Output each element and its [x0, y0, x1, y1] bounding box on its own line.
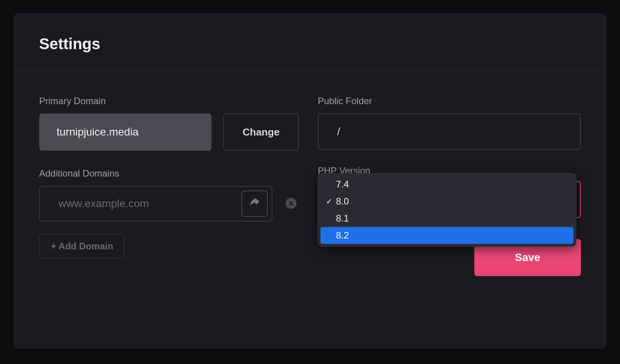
php-version-dropdown[interactable]: 7.4✓8.08.18.2 — [318, 173, 576, 247]
add-domain-button[interactable]: + Add Domain — [39, 234, 125, 259]
primary-domain-label: Primary Domain — [39, 96, 302, 106]
php-version-field: PHP Version 7.4✓8.08.18.2 — [318, 165, 581, 183]
php-version-option[interactable]: 8.2 — [320, 227, 574, 244]
share-arrow-icon — [248, 197, 261, 211]
additional-domains-label: Additional Domains — [39, 168, 302, 179]
additional-domain-input-wrap — [39, 186, 272, 221]
settings-panel: Settings Primary Domain turnipjuice.medi… — [14, 14, 606, 349]
php-version-option[interactable]: 8.1 — [320, 210, 574, 227]
panel-header: Settings — [14, 14, 606, 70]
check-icon: ✓ — [324, 197, 334, 206]
additional-domain-input[interactable] — [39, 186, 272, 221]
php-version-option-label: 8.0 — [336, 196, 349, 207]
primary-domain-value: turnipjuice.media — [39, 113, 212, 151]
page-title: Settings — [39, 35, 581, 53]
change-primary-domain-button[interactable]: Change — [223, 113, 299, 151]
php-version-option-label: 8.2 — [336, 230, 349, 241]
left-column: Primary Domain turnipjuice.media Change … — [39, 96, 302, 259]
primary-domain-row: turnipjuice.media Change — [39, 113, 302, 151]
remove-domain-button[interactable] — [284, 197, 298, 211]
php-version-option-label: 7.4 — [336, 179, 349, 190]
public-folder-input[interactable] — [318, 113, 581, 150]
public-folder-label: Public Folder — [318, 96, 581, 106]
open-domain-button[interactable] — [241, 191, 268, 217]
panel-body: Primary Domain turnipjuice.media Change … — [14, 70, 606, 274]
php-version-option[interactable]: 7.4 — [320, 176, 574, 193]
php-version-option-label: 8.1 — [336, 213, 349, 224]
right-column: Public Folder PHP Version 7.4✓8.08.18.2 — [318, 96, 581, 259]
additional-domain-row — [39, 186, 302, 221]
php-version-option[interactable]: ✓8.0 — [320, 193, 574, 210]
close-circle-icon — [284, 197, 298, 211]
